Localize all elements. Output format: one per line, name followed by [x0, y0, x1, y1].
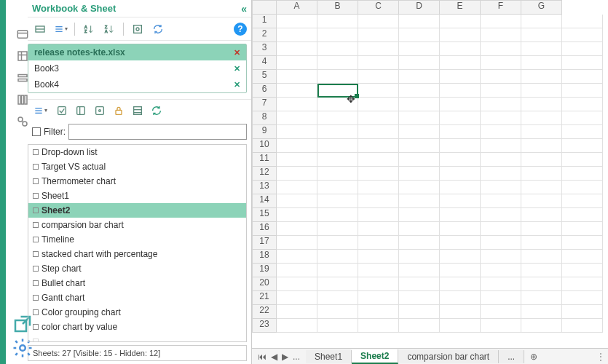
sheet-item[interactable]: Thermometer chart: [28, 174, 246, 189]
sheet-tab[interactable]: Sheet2: [352, 349, 398, 364]
cell[interactable]: [317, 250, 358, 264]
row-header[interactable]: 5: [252, 70, 277, 84]
row-header[interactable]: 19: [252, 264, 277, 277]
name-manager-icon[interactable]: [12, 67, 33, 89]
cell[interactable]: [399, 139, 440, 153]
cell[interactable]: [481, 264, 521, 277]
column-header[interactable]: F: [481, 0, 521, 15]
cell[interactable]: [521, 98, 562, 111]
sheet-item[interactable]: Step chart: [28, 261, 246, 276]
cell[interactable]: [399, 125, 440, 139]
cell[interactable]: [481, 84, 521, 98]
sheet-refresh-icon[interactable]: [149, 103, 165, 119]
cell[interactable]: [562, 153, 603, 167]
cell[interactable]: [317, 222, 358, 236]
cell[interactable]: [562, 305, 603, 319]
cell[interactable]: [440, 153, 481, 167]
cell[interactable]: [358, 70, 399, 84]
cell[interactable]: [481, 167, 521, 181]
sheet-item[interactable]: [28, 334, 246, 342]
cell[interactable]: [521, 125, 562, 139]
cell[interactable]: [521, 236, 562, 250]
select-all-corner[interactable]: [252, 0, 277, 15]
sheet-tool2-icon[interactable]: [73, 103, 89, 119]
cell[interactable]: [358, 98, 399, 111]
row-header[interactable]: 12: [252, 167, 277, 181]
cell[interactable]: [399, 222, 440, 236]
cell[interactable]: [358, 305, 399, 319]
spreadsheet-grid[interactable]: A B C D E F G 12345678910111213141516171…: [252, 0, 608, 348]
cell[interactable]: [562, 236, 603, 250]
cell[interactable]: [358, 56, 399, 70]
sheet-item[interactable]: Target VS actual: [28, 159, 246, 174]
cell[interactable]: [317, 42, 358, 56]
cell[interactable]: [317, 153, 358, 167]
sheet-item[interactable]: Bullet chart: [28, 276, 246, 290]
row-header[interactable]: 7: [252, 98, 277, 111]
cell[interactable]: [358, 167, 399, 181]
cell[interactable]: [317, 194, 358, 208]
cell[interactable]: [440, 111, 481, 125]
cell[interactable]: [521, 15, 562, 28]
cell[interactable]: [317, 56, 358, 70]
cell[interactable]: [521, 291, 562, 305]
cell[interactable]: [358, 181, 399, 194]
cell[interactable]: [277, 305, 317, 319]
cell[interactable]: [317, 15, 358, 28]
cell[interactable]: [562, 15, 603, 28]
sort-asc-icon[interactable]: AZ: [81, 21, 97, 37]
row-header[interactable]: 15: [252, 208, 277, 222]
cell[interactable]: [440, 208, 481, 222]
cell[interactable]: [521, 264, 562, 277]
lock-icon[interactable]: [111, 103, 127, 119]
cell[interactable]: [317, 84, 358, 98]
cell[interactable]: [399, 153, 440, 167]
cell[interactable]: [481, 111, 521, 125]
cell[interactable]: [399, 15, 440, 28]
workbook-sheet-icon[interactable]: [12, 23, 33, 45]
cell[interactable]: [481, 305, 521, 319]
cell[interactable]: [399, 70, 440, 84]
sort-desc-icon[interactable]: ZA: [101, 21, 117, 37]
filter-input[interactable]: [68, 124, 247, 140]
cell[interactable]: [358, 277, 399, 291]
cell[interactable]: [440, 319, 481, 333]
cell[interactable]: [317, 125, 358, 139]
cell[interactable]: [317, 236, 358, 250]
cell[interactable]: [399, 181, 440, 194]
row-header[interactable]: 10: [252, 139, 277, 153]
row-header[interactable]: 11: [252, 153, 277, 167]
cell[interactable]: [562, 56, 603, 70]
cell[interactable]: [277, 319, 317, 333]
cell[interactable]: [481, 291, 521, 305]
cell[interactable]: [399, 319, 440, 333]
cell[interactable]: [481, 208, 521, 222]
cell[interactable]: [521, 28, 562, 42]
cell[interactable]: [317, 181, 358, 194]
tab-nav-prev-icon[interactable]: ◀: [269, 352, 279, 362]
cell[interactable]: [277, 125, 317, 139]
row-header[interactable]: 4: [252, 56, 277, 70]
cell[interactable]: [481, 42, 521, 56]
cell[interactable]: [440, 42, 481, 56]
sheet-list[interactable]: Drop-down list Target VS actual Thermome…: [28, 144, 247, 342]
cell[interactable]: [440, 291, 481, 305]
cell[interactable]: [277, 70, 317, 84]
help-icon[interactable]: ?: [234, 23, 247, 36]
cell[interactable]: [440, 98, 481, 111]
sheet-item[interactable]: Color grouping chart: [28, 305, 246, 320]
cell[interactable]: [358, 111, 399, 125]
cell[interactable]: [277, 291, 317, 305]
cell[interactable]: [277, 277, 317, 291]
cell[interactable]: [562, 70, 603, 84]
row-header[interactable]: 2: [252, 28, 277, 42]
column-header[interactable]: G: [521, 0, 562, 15]
sheet-item[interactable]: Gantt chart: [28, 290, 246, 305]
cell[interactable]: [317, 291, 358, 305]
cell[interactable]: [562, 167, 603, 181]
cell[interactable]: [399, 111, 440, 125]
cell[interactable]: [481, 236, 521, 250]
cell[interactable]: [277, 236, 317, 250]
cell[interactable]: [481, 56, 521, 70]
cell[interactable]: [399, 194, 440, 208]
